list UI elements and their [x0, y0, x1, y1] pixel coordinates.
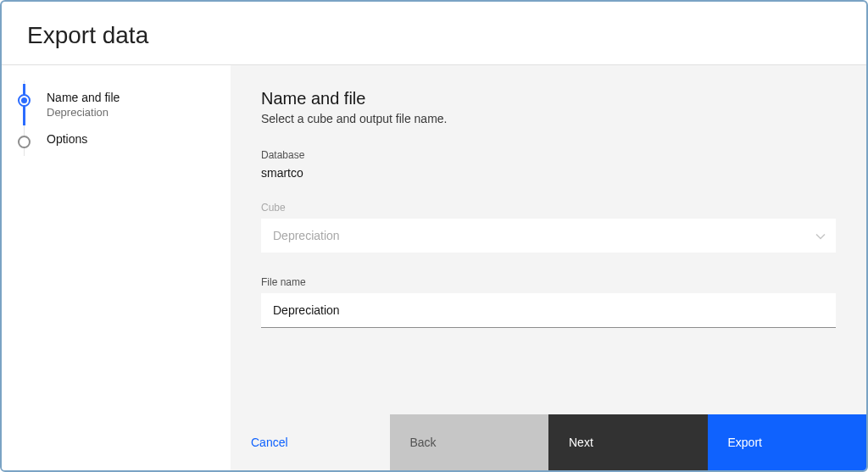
step-options[interactable]: Options [25, 125, 231, 153]
filename-input[interactable] [261, 293, 836, 328]
step-title: Name and file [47, 91, 215, 104]
content-heading: Name and file [261, 89, 836, 108]
cube-select-wrap: Depreciation [261, 219, 836, 253]
back-button[interactable]: Back [390, 414, 549, 470]
dialog-body: Name and file Depreciation Options Name … [2, 64, 866, 470]
dialog-container: Export data Name and file Depreciation O… [2, 2, 866, 470]
step-name-and-file[interactable]: Name and file Depreciation [25, 84, 231, 125]
step-title: Options [47, 132, 215, 146]
dialog-header: Export data [2, 2, 866, 64]
content-subheading: Select a cube and output file name. [261, 112, 836, 125]
main-panel: Name and file Select a cube and output f… [231, 65, 866, 470]
content-area: Name and file Select a cube and output f… [231, 65, 866, 414]
database-label: Database [261, 149, 836, 161]
filename-label: File name [261, 276, 836, 288]
cube-select[interactable]: Depreciation [261, 219, 836, 253]
step-list: Name and file Depreciation Options [24, 81, 231, 156]
database-value: smartco [261, 166, 836, 180]
step-subtitle: Depreciation [47, 106, 215, 119]
dialog-footer: Cancel Back Next Export [231, 414, 866, 470]
dialog-title: Export data [27, 22, 841, 49]
cancel-button[interactable]: Cancel [231, 414, 390, 470]
cube-label: Cube [261, 202, 836, 214]
export-button[interactable]: Export [708, 414, 867, 470]
next-button[interactable]: Next [548, 414, 708, 470]
radio-unselected-icon [18, 136, 31, 148]
wizard-sidebar: Name and file Depreciation Options [2, 65, 231, 470]
radio-selected-icon [18, 94, 31, 107]
filename-input-wrap [261, 293, 836, 328]
